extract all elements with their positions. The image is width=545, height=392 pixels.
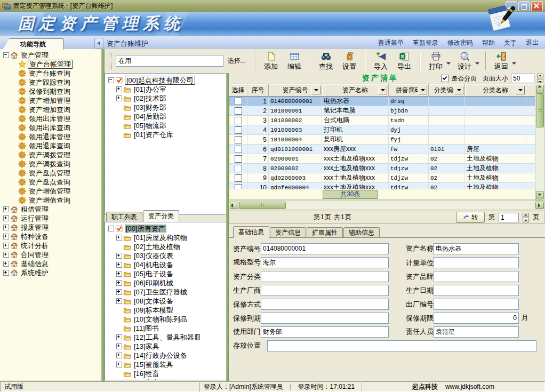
table-vertical-scrollbar[interactable] — [535, 84, 545, 201]
back-button[interactable]: 返回 — [490, 50, 513, 73]
asset-cat-13[interactable]: [13]家具 — [105, 342, 227, 351]
nav-asset-appreciation-mgmt[interactable]: 资产增值管理 — [0, 187, 101, 196]
table-row[interactable]: 9qd02000003xxx土地及植物xxxtdjzw02土地及植物 — [229, 173, 535, 183]
asset-all-assets-root[interactable]: [00]所有资产 — [105, 224, 227, 233]
left-tab-1[interactable]: 资产分类 — [143, 210, 179, 222]
expand-toggle[interactable] — [116, 380, 122, 380]
goto-page-button[interactable]: 转 — [456, 212, 485, 223]
expand-toggle[interactable] — [3, 243, 9, 249]
dept-dept-tech[interactable]: [02]技术部 — [105, 94, 227, 103]
page-size-input[interactable] — [511, 74, 534, 83]
asset-cat-11[interactable]: [11]图书 — [105, 324, 227, 333]
detail-tab-0[interactable]: 基础信息 — [233, 226, 269, 238]
scroll-right-arrow[interactable] — [535, 202, 544, 209]
nav-asset-add-mgmt[interactable]: 资产增加管理 — [0, 96, 101, 105]
collapse-pane-button[interactable] — [94, 38, 103, 49]
back-dropdown-arrow[interactable] — [512, 62, 516, 67]
table-row[interactable]: 5101000004复印机fyj — [229, 135, 535, 145]
nav-issue-return-query[interactable]: 领用退库查询 — [0, 141, 101, 150]
dept-dept-supply[interactable]: [05]物流部 — [105, 121, 227, 130]
splitter-left[interactable] — [101, 49, 105, 381]
asset-code-field[interactable] — [261, 243, 389, 254]
nav-issue-return-mgmt[interactable]: 领用退库管理 — [0, 132, 101, 141]
select-filter-link[interactable]: 选择... — [228, 57, 246, 66]
column-filter-dropdown[interactable] — [516, 86, 525, 94]
nav-asset-transfer-mgmt[interactable]: 资产调拨管理 — [0, 150, 101, 159]
menu-item-2[interactable]: 修改密码 — [447, 38, 473, 47]
row-checkbox[interactable] — [235, 136, 242, 143]
asset-cat-06[interactable]: [06]印刷机械 — [105, 278, 227, 287]
production-date-field[interactable] — [434, 285, 519, 296]
nav-warranty-due-query[interactable]: 保修到期查询 — [0, 87, 101, 96]
asset-cat-09[interactable]: [09]标本模型 — [105, 306, 227, 315]
nav-statistics[interactable]: 统计分析 — [0, 241, 101, 250]
nav-base-info[interactable]: 基础信息 — [0, 259, 101, 268]
column-filter-dropdown[interactable] — [418, 86, 427, 94]
asset-cat-17[interactable]: [17]电力设备 — [105, 378, 227, 380]
nav-issue-out-query[interactable]: 领用出库查询 — [0, 123, 101, 132]
dept-dept-warehouse[interactable]: [01]资产仓库 — [105, 130, 227, 139]
nav-lease-mgmt[interactable]: 租借管理 — [0, 205, 101, 214]
asset-cat-01[interactable]: [01]房屋及构筑物 — [105, 233, 227, 242]
nav-issue-out-mgmt[interactable]: 领用出库管理 — [0, 114, 101, 123]
row-checkbox[interactable] — [235, 146, 242, 153]
menu-item-5[interactable]: 退出 — [526, 38, 539, 47]
dept-dept-office[interactable]: [01]办公室 — [105, 85, 227, 94]
row-checkbox[interactable] — [235, 174, 242, 182]
expand-toggle[interactable] — [116, 262, 122, 268]
expand-toggle[interactable] — [116, 289, 122, 295]
row-checkbox[interactable] — [235, 126, 242, 134]
settings-button[interactable]: 设置 — [338, 50, 361, 73]
row-checkbox[interactable] — [235, 165, 242, 172]
expand-toggle[interactable] — [3, 252, 9, 258]
nav-asset-add-query[interactable]: 资产增加查询 — [0, 105, 101, 114]
column-filter-dropdown[interactable] — [378, 86, 387, 94]
responsible-person-field[interactable] — [434, 326, 519, 338]
nav-asset-ledger-mgmt[interactable]: 资产台帐管理 — [0, 60, 101, 69]
column-header-4[interactable]: 拼音简码 — [389, 84, 429, 96]
expand-toggle[interactable] — [116, 95, 122, 101]
expand-toggle[interactable] — [116, 353, 122, 358]
column-header-2[interactable]: 资产编号 — [269, 84, 322, 96]
paging-checkbox[interactable] — [441, 75, 448, 82]
dept-company-root[interactable]: [00]起点科技有限公司 — [105, 76, 227, 85]
nav-asset-check-mgmt[interactable]: 资产盘点管理 — [0, 169, 101, 178]
expand-toggle[interactable] — [108, 226, 114, 231]
nav-system-maintain[interactable]: 系统维护 — [0, 268, 101, 277]
row-checkbox[interactable] — [235, 107, 242, 115]
expand-toggle[interactable] — [116, 334, 122, 340]
horizontal-scroll-thumb[interactable] — [239, 202, 286, 209]
asset-cat-12[interactable]: [12]工具、量具和器皿 — [105, 333, 227, 342]
unit-field[interactable] — [434, 257, 519, 268]
manufacturer-field[interactable] — [261, 285, 389, 296]
column-header-6[interactable]: 分类名称 — [465, 84, 526, 96]
column-header-3[interactable]: 资产名称 — [322, 84, 389, 96]
expand-toggle[interactable] — [116, 362, 122, 367]
toolbar-drag-handle[interactable] — [109, 53, 112, 69]
nav-asset-ledger-query[interactable]: 资产台账查询 — [0, 69, 101, 78]
menu-item-1[interactable]: 重新登录 — [413, 38, 438, 47]
nav-pane-tab[interactable]: 功能导航 — [3, 38, 63, 50]
expand-toggle[interactable] — [108, 77, 114, 83]
column-header-0[interactable]: 选择 — [229, 84, 247, 96]
asset-name-field[interactable] — [434, 243, 519, 254]
column-filter-dropdown[interactable] — [454, 86, 463, 94]
asset-cat-14[interactable]: [14]行政办公设备 — [105, 351, 227, 360]
expand-toggle[interactable] — [116, 271, 122, 277]
column-header-1[interactable]: 序号 — [247, 84, 269, 96]
edit-button[interactable]: 编辑 — [283, 50, 306, 73]
status-filter-input[interactable] — [116, 55, 223, 67]
nav-operation-mgmt[interactable]: 运行管理 — [0, 214, 101, 223]
warranty-until-field[interactable] — [261, 313, 389, 324]
menu-item-0[interactable]: 普通菜单 — [378, 38, 404, 47]
expand-toggle[interactable] — [3, 215, 9, 221]
storage-location-field[interactable] — [267, 340, 536, 351]
factory-no-field[interactable] — [434, 299, 519, 310]
expand-toggle[interactable] — [3, 270, 9, 276]
page-size-spinner[interactable] — [537, 74, 543, 83]
design-button[interactable]: 设计 — [453, 50, 476, 73]
expand-toggle[interactable] — [116, 298, 122, 304]
detail-tab-1[interactable]: 资产信息 — [270, 227, 306, 237]
scroll-down-arrow[interactable] — [536, 191, 544, 199]
asset-cat-16[interactable]: [16]牲畜 — [105, 369, 227, 378]
